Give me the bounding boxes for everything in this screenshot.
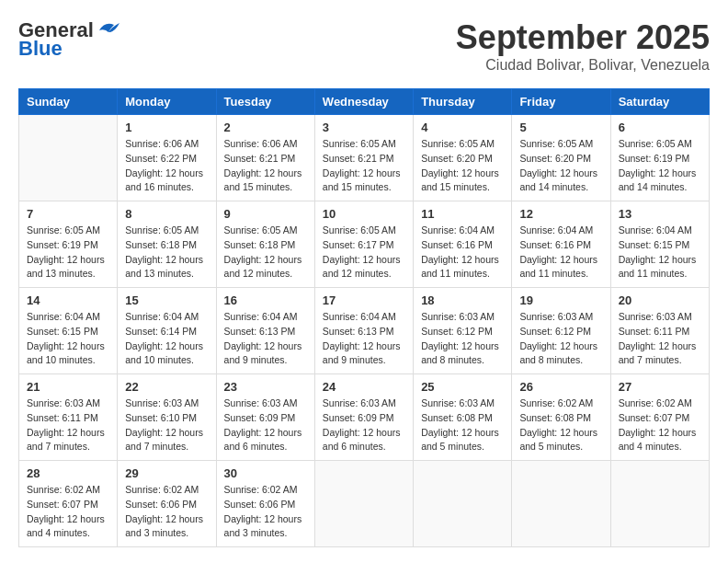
- day-number: 22: [125, 380, 208, 394]
- day-cell: 1Sunrise: 6:06 AMSunset: 6:22 PMDaylight…: [118, 115, 216, 201]
- day-number: 2: [224, 121, 307, 134]
- day-cell: 4Sunrise: 6:05 AMSunset: 6:20 PMDaylight…: [414, 115, 512, 201]
- day-cell: 15Sunrise: 6:04 AMSunset: 6:14 PMDayligh…: [118, 288, 216, 374]
- week-row-4: 21Sunrise: 6:03 AMSunset: 6:11 PMDayligh…: [19, 374, 710, 461]
- day-cell: 7Sunrise: 6:05 AMSunset: 6:19 PMDaylight…: [19, 201, 118, 288]
- subtitle: Ciudad Bolivar, Bolivar, Venezuela: [456, 57, 710, 74]
- day-cell: 24Sunrise: 6:03 AMSunset: 6:09 PMDayligh…: [314, 374, 413, 461]
- day-cell: [414, 461, 512, 547]
- week-row-2: 7Sunrise: 6:05 AMSunset: 6:19 PMDaylight…: [19, 201, 710, 288]
- day-info: Sunrise: 6:04 AMSunset: 6:16 PMDaylight:…: [421, 224, 504, 282]
- day-cell: 27Sunrise: 6:02 AMSunset: 6:07 PMDayligh…: [610, 374, 709, 461]
- day-number: 7: [27, 207, 109, 221]
- day-cell: 8Sunrise: 6:05 AMSunset: 6:18 PMDaylight…: [118, 201, 216, 288]
- day-cell: [19, 115, 118, 201]
- day-number: 5: [519, 121, 602, 134]
- day-info: Sunrise: 6:05 AMSunset: 6:21 PMDaylight:…: [323, 137, 405, 195]
- day-cell: 21Sunrise: 6:03 AMSunset: 6:11 PMDayligh…: [19, 374, 118, 461]
- week-row-1: 1Sunrise: 6:06 AMSunset: 6:22 PMDaylight…: [19, 115, 710, 201]
- day-number: 1: [125, 121, 208, 134]
- day-number: 9: [224, 207, 307, 221]
- day-cell: 16Sunrise: 6:04 AMSunset: 6:13 PMDayligh…: [216, 288, 314, 374]
- day-info: Sunrise: 6:05 AMSunset: 6:20 PMDaylight:…: [519, 137, 602, 195]
- day-number: 16: [224, 293, 307, 307]
- day-info: Sunrise: 6:03 AMSunset: 6:08 PMDaylight:…: [421, 396, 504, 454]
- day-info: Sunrise: 6:03 AMSunset: 6:09 PMDaylight:…: [323, 396, 405, 454]
- day-info: Sunrise: 6:05 AMSunset: 6:20 PMDaylight:…: [421, 137, 504, 195]
- day-info: Sunrise: 6:06 AMSunset: 6:21 PMDaylight:…: [224, 137, 307, 195]
- day-cell: 11Sunrise: 6:04 AMSunset: 6:16 PMDayligh…: [414, 201, 512, 288]
- day-number: 4: [421, 121, 504, 134]
- week-row-3: 14Sunrise: 6:04 AMSunset: 6:15 PMDayligh…: [19, 288, 710, 374]
- day-number: 12: [519, 207, 602, 221]
- day-number: 14: [27, 293, 109, 307]
- day-number: 13: [619, 207, 701, 221]
- column-header-wednesday: Wednesday: [314, 89, 413, 115]
- day-cell: 3Sunrise: 6:05 AMSunset: 6:21 PMDaylight…: [314, 115, 413, 201]
- title-section: September 2025 Ciudad Bolivar, Bolivar, …: [456, 18, 710, 74]
- day-info: Sunrise: 6:02 AMSunset: 6:07 PMDaylight:…: [619, 396, 701, 454]
- day-cell: 5Sunrise: 6:05 AMSunset: 6:20 PMDaylight…: [512, 115, 610, 201]
- day-number: 19: [519, 293, 602, 307]
- day-cell: 28Sunrise: 6:02 AMSunset: 6:07 PMDayligh…: [19, 461, 118, 547]
- day-cell: 9Sunrise: 6:05 AMSunset: 6:18 PMDaylight…: [216, 201, 314, 288]
- day-cell: [512, 461, 610, 547]
- day-number: 23: [224, 380, 307, 394]
- day-number: 26: [519, 380, 602, 394]
- day-cell: 19Sunrise: 6:03 AMSunset: 6:12 PMDayligh…: [512, 288, 610, 374]
- day-number: 11: [421, 207, 504, 221]
- day-info: Sunrise: 6:04 AMSunset: 6:13 PMDaylight:…: [224, 310, 307, 368]
- calendar-header-row: SundayMondayTuesdayWednesdayThursdayFrid…: [19, 89, 710, 115]
- day-cell: 22Sunrise: 6:03 AMSunset: 6:10 PMDayligh…: [118, 374, 216, 461]
- day-cell: 17Sunrise: 6:04 AMSunset: 6:13 PMDayligh…: [314, 288, 413, 374]
- day-info: Sunrise: 6:02 AMSunset: 6:06 PMDaylight:…: [224, 483, 307, 541]
- day-cell: 25Sunrise: 6:03 AMSunset: 6:08 PMDayligh…: [414, 374, 512, 461]
- day-info: Sunrise: 6:04 AMSunset: 6:16 PMDaylight:…: [519, 224, 602, 282]
- day-cell: 14Sunrise: 6:04 AMSunset: 6:15 PMDayligh…: [19, 288, 118, 374]
- logo-bird-icon: [96, 19, 121, 38]
- day-cell: 18Sunrise: 6:03 AMSunset: 6:12 PMDayligh…: [414, 288, 512, 374]
- column-header-friday: Friday: [512, 89, 610, 115]
- day-info: Sunrise: 6:02 AMSunset: 6:07 PMDaylight:…: [27, 483, 109, 541]
- logo-blue: Blue: [18, 37, 63, 61]
- day-info: Sunrise: 6:02 AMSunset: 6:08 PMDaylight:…: [519, 396, 602, 454]
- column-header-saturday: Saturday: [610, 89, 709, 115]
- calendar-table: SundayMondayTuesdayWednesdayThursdayFrid…: [18, 88, 710, 547]
- day-info: Sunrise: 6:03 AMSunset: 6:12 PMDaylight:…: [421, 310, 504, 368]
- week-row-5: 28Sunrise: 6:02 AMSunset: 6:07 PMDayligh…: [19, 461, 710, 547]
- day-info: Sunrise: 6:05 AMSunset: 6:18 PMDaylight:…: [224, 224, 307, 282]
- day-number: 28: [27, 466, 109, 480]
- day-cell: 20Sunrise: 6:03 AMSunset: 6:11 PMDayligh…: [610, 288, 709, 374]
- day-cell: 10Sunrise: 6:05 AMSunset: 6:17 PMDayligh…: [314, 201, 413, 288]
- day-info: Sunrise: 6:03 AMSunset: 6:11 PMDaylight:…: [27, 396, 109, 454]
- day-info: Sunrise: 6:05 AMSunset: 6:19 PMDaylight:…: [619, 137, 701, 195]
- day-cell: 2Sunrise: 6:06 AMSunset: 6:21 PMDaylight…: [216, 115, 314, 201]
- day-number: 18: [421, 293, 504, 307]
- day-info: Sunrise: 6:06 AMSunset: 6:22 PMDaylight:…: [125, 137, 208, 195]
- day-number: 21: [27, 380, 109, 394]
- month-title: September 2025: [456, 18, 710, 57]
- day-info: Sunrise: 6:05 AMSunset: 6:19 PMDaylight:…: [27, 224, 109, 282]
- day-info: Sunrise: 6:03 AMSunset: 6:11 PMDaylight:…: [619, 310, 701, 368]
- day-number: 20: [619, 293, 701, 307]
- day-cell: 12Sunrise: 6:04 AMSunset: 6:16 PMDayligh…: [512, 201, 610, 288]
- day-info: Sunrise: 6:02 AMSunset: 6:06 PMDaylight:…: [125, 483, 208, 541]
- day-number: 3: [323, 121, 405, 134]
- day-cell: 6Sunrise: 6:05 AMSunset: 6:19 PMDaylight…: [610, 115, 709, 201]
- day-number: 15: [125, 293, 208, 307]
- day-info: Sunrise: 6:03 AMSunset: 6:09 PMDaylight:…: [224, 396, 307, 454]
- column-header-sunday: Sunday: [19, 89, 118, 115]
- day-number: 29: [125, 466, 208, 480]
- day-info: Sunrise: 6:03 AMSunset: 6:12 PMDaylight:…: [519, 310, 602, 368]
- column-header-tuesday: Tuesday: [216, 89, 314, 115]
- logo: General Blue: [18, 18, 121, 61]
- day-cell: [314, 461, 413, 547]
- day-info: Sunrise: 6:03 AMSunset: 6:10 PMDaylight:…: [125, 396, 208, 454]
- day-number: 25: [421, 380, 504, 394]
- day-cell: 29Sunrise: 6:02 AMSunset: 6:06 PMDayligh…: [118, 461, 216, 547]
- day-number: 17: [323, 293, 405, 307]
- day-number: 6: [619, 121, 701, 134]
- day-cell: 26Sunrise: 6:02 AMSunset: 6:08 PMDayligh…: [512, 374, 610, 461]
- day-cell: 30Sunrise: 6:02 AMSunset: 6:06 PMDayligh…: [216, 461, 314, 547]
- day-info: Sunrise: 6:04 AMSunset: 6:15 PMDaylight:…: [619, 224, 701, 282]
